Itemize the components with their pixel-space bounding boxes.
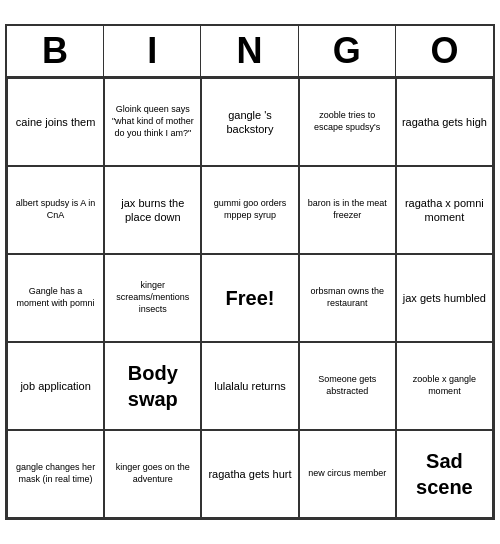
- bingo-cell-6: jax burns the place down: [104, 166, 201, 254]
- bingo-cell-17: lulalalu returns: [201, 342, 298, 430]
- bingo-cell-22: ragatha gets hurt: [201, 430, 298, 518]
- bingo-grid: caine joins themGloink queen says "what …: [7, 78, 493, 518]
- bingo-card: BINGO caine joins themGloink queen says …: [5, 24, 495, 520]
- bingo-cell-9: ragatha x pomni moment: [396, 166, 493, 254]
- bingo-cell-19: zooble x gangle moment: [396, 342, 493, 430]
- bingo-cell-1: Gloink queen says "what kind of mother d…: [104, 78, 201, 166]
- bingo-letter-i: I: [104, 26, 201, 76]
- bingo-cell-12: Free!: [201, 254, 298, 342]
- bingo-cell-3: zooble tries to escape spudsy's: [299, 78, 396, 166]
- bingo-letter-g: G: [299, 26, 396, 76]
- bingo-cell-5: albert spudsy is A in CnA: [7, 166, 104, 254]
- bingo-cell-18: Someone gets abstracted: [299, 342, 396, 430]
- bingo-cell-4: ragatha gets high: [396, 78, 493, 166]
- bingo-header: BINGO: [7, 26, 493, 78]
- bingo-cell-0: caine joins them: [7, 78, 104, 166]
- bingo-cell-15: job application: [7, 342, 104, 430]
- bingo-cell-16: Body swap: [104, 342, 201, 430]
- bingo-cell-2: gangle 's backstory: [201, 78, 298, 166]
- bingo-cell-11: kinger screams/mentions insects: [104, 254, 201, 342]
- bingo-cell-7: gummi goo orders mppep syrup: [201, 166, 298, 254]
- bingo-cell-24: Sad scene: [396, 430, 493, 518]
- bingo-cell-21: kinger goes on the adventure: [104, 430, 201, 518]
- bingo-letter-b: B: [7, 26, 104, 76]
- bingo-cell-8: baron is in the meat freezer: [299, 166, 396, 254]
- bingo-cell-10: Gangle has a moment with pomni: [7, 254, 104, 342]
- bingo-cell-14: jax gets humbled: [396, 254, 493, 342]
- bingo-cell-23: new circus member: [299, 430, 396, 518]
- bingo-letter-o: O: [396, 26, 493, 76]
- bingo-cell-13: orbsman owns the restaurant: [299, 254, 396, 342]
- bingo-letter-n: N: [201, 26, 298, 76]
- bingo-cell-20: gangle changes her mask (in real time): [7, 430, 104, 518]
